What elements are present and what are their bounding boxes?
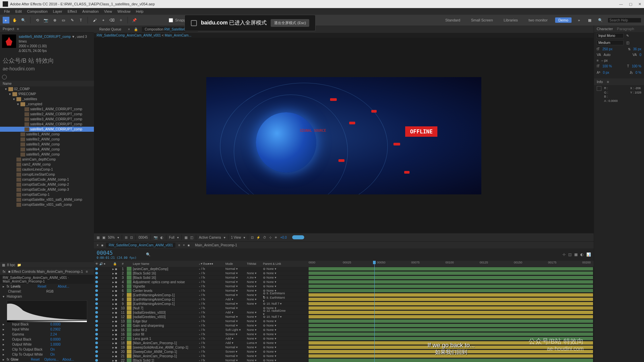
track-bar[interactable]: [309, 328, 594, 332]
kerning-value[interactable]: Auto: [604, 53, 611, 57]
tab-marker-icon[interactable]: ■: [187, 243, 190, 247]
hscale-value[interactable]: 100 %: [632, 64, 641, 68]
tree-item[interactable]: satellite2_ANIM_CORRUPT_comp: [0, 112, 94, 117]
workspace-standard[interactable]: Standard: [442, 17, 464, 23]
tab-close-icon[interactable]: ×: [183, 243, 185, 247]
channel-icon[interactable]: ◐: [160, 236, 163, 239]
track-bar[interactable]: [309, 310, 594, 315]
tracking-value[interactable]: 0: [639, 53, 641, 57]
pixel-aspect-icon[interactable]: ⊡: [251, 236, 254, 239]
tree-item[interactable]: corruptSatellite_v001_sat5_ANIM_comp: [0, 197, 94, 202]
snapping-checkbox[interactable]: [169, 18, 173, 22]
tree-item[interactable]: satellite1_ANIM_comp: [0, 132, 94, 137]
exposure-slider[interactable]: [292, 235, 304, 239]
camera-dropdown[interactable]: Active Camera: [199, 236, 221, 239]
tab-lock-icon[interactable]: ■: [101, 243, 103, 247]
tree-item[interactable]: animCam_depthComp: [0, 157, 94, 162]
rectangle-tool[interactable]: ▭: [60, 17, 67, 23]
pan-behind-tool[interactable]: ⊕: [51, 17, 58, 23]
selection-tool[interactable]: ▸: [3, 17, 9, 23]
tab-close-icon[interactable]: ×: [97, 243, 99, 247]
tree-item[interactable]: corruptSatCode_ANIM_comp-2: [0, 182, 94, 187]
search-icon[interactable]: 🔍: [597, 17, 604, 23]
text-tool[interactable]: T: [77, 17, 84, 23]
composition-viewport[interactable]: SIGNAL SOURCE OFFLINE: [94, 38, 594, 233]
track-bar[interactable]: [309, 315, 594, 319]
layer-row[interactable]: ▸ ■19[sweepSolidAndLine_ANIM_Comp-1]⬩ / …: [94, 345, 309, 350]
paragraph-tab[interactable]: Paragraph: [617, 27, 634, 31]
panel-menu-icon[interactable]: ≡: [607, 80, 609, 84]
puppet-tool[interactable]: 📌: [131, 17, 138, 23]
baseline-value[interactable]: 0 px: [603, 71, 609, 74]
search-help-input[interactable]: [608, 18, 641, 23]
panel-menu-icon[interactable]: ≡: [86, 269, 88, 274]
tree-item[interactable]: satellite3_ANIM_CORRUPT_comp: [0, 117, 94, 122]
effect-levels-header[interactable]: ▸fx Levels Reset About...: [0, 284, 94, 289]
layer-row[interactable]: ▸ ■13Edge blur⬩ / fxNormal ▾None ▾⊚ None…: [94, 319, 309, 323]
layer-row[interactable]: ▸ ■5Vignette⬩ / fxNormal ▾None ▾⊚ None ▾: [94, 284, 309, 289]
layer-row[interactable]: ▸ ■8[EarthWarningAnimComp-1]⬩ / fxAdd ▾N…: [94, 297, 309, 302]
about-link[interactable]: About...: [62, 358, 74, 361]
tree-item[interactable]: satellite4_ANIM_CORRUPT_comp: [0, 122, 94, 127]
mask-icon[interactable]: ◫: [190, 236, 193, 239]
resolution-dropdown[interactable]: Full: [169, 236, 174, 239]
track-bar[interactable]: [309, 332, 594, 337]
zoom-tool[interactable]: 🔍: [20, 17, 27, 23]
layer-row[interactable]: ▸ ■3[Black Solid 16]⬩ / fxNormal ▾A.Inv …: [94, 276, 309, 280]
tree-item[interactable]: corruptSatCode_ANIM_comp-1: [0, 177, 94, 182]
workspace-settings-icon[interactable]: ▦: [586, 17, 593, 23]
layer-row[interactable]: ▸ ■20[SweepColor_ANIM_Comp-1]⬩ / fxScree…: [94, 350, 309, 354]
guides-icon[interactable]: ⊡: [130, 236, 133, 239]
font-family-input[interactable]: [597, 33, 624, 38]
character-tab[interactable]: Character: [597, 27, 613, 31]
flowchart-icon[interactable]: ⊹: [269, 236, 272, 239]
time-ruler[interactable]: 0000000250005000075001000012500150001750…: [309, 261, 594, 267]
project-name-column[interactable]: Name: [0, 81, 94, 86]
menu-view[interactable]: View: [101, 9, 115, 13]
effect-controls-tab[interactable]: fx ■ Effect Controls Main_AnimCam_Precom…: [0, 268, 94, 275]
tree-item[interactable]: satellite5_ANIM_CORRUPT_comp: [0, 127, 94, 132]
breadcrumb-item[interactable]: Main_AnimCam...: [165, 34, 191, 37]
tree-item[interactable]: satellite4_ANIM_comp: [0, 147, 94, 152]
rotation-tool[interactable]: ⟲: [34, 17, 41, 23]
options-link[interactable]: Options...: [44, 358, 62, 361]
menu-help[interactable]: Help: [133, 9, 146, 13]
effect-property[interactable]: ▸Input White0.2902: [0, 327, 94, 332]
info-tab[interactable]: Info: [597, 80, 603, 84]
stroke-value[interactable]: – px: [601, 59, 608, 62]
maximize-button[interactable]: ▢: [629, 2, 632, 6]
tsume-value[interactable]: 0 %: [636, 71, 641, 74]
workspace-two-monitor[interactable]: two monitor: [525, 17, 551, 23]
close-button[interactable]: ✕: [638, 2, 641, 6]
track-bar[interactable]: [309, 293, 594, 297]
layer-row[interactable]: ▸ ■11[radialGreebles_v003]⬩ / fxAdd ▾Non…: [94, 310, 309, 315]
layer-row[interactable]: ▸ ■2[Black Solid 16]⬩ / fxNormal ▾None ▾…: [94, 271, 309, 276]
menu-effect[interactable]: Effect: [65, 9, 79, 13]
layer-row[interactable]: ▸ ■16color fill⬩ / fxScreen ▾None ▾⊚ Non…: [94, 332, 309, 337]
pen-tool[interactable]: ✎: [69, 17, 75, 23]
track-bar[interactable]: [309, 271, 594, 276]
workspace-small-screen[interactable]: Small Screen: [468, 17, 496, 23]
tree-item[interactable]: corruptSatComp-1: [0, 192, 94, 197]
effect-property[interactable]: ▸Clip To Output BlackOn: [0, 347, 94, 352]
track-bar[interactable]: [309, 306, 594, 310]
layer-row[interactable]: ▸ ■1[animCam_depthComp]⬩ / fxNormal ▾ ⊚ …: [94, 267, 309, 271]
frame-display[interactable]: 00045: [139, 236, 148, 239]
histogram-row[interactable]: ▾Histogram: [0, 294, 94, 299]
workspace-more-icon[interactable]: »: [576, 17, 582, 23]
hand-tool[interactable]: ✋: [11, 17, 18, 23]
effect-property[interactable]: ▸Input Black0.0000: [0, 322, 94, 327]
graph-editor-icon[interactable]: 📊: [586, 252, 591, 257]
menu-edit[interactable]: Edit: [13, 9, 24, 13]
timeline-icon[interactable]: ⏱: [263, 236, 266, 239]
effect-glow-header[interactable]: ▸fx Glow Reset Options... About...: [0, 357, 94, 362]
comp-mini-flowchart-icon[interactable]: ⊹: [562, 252, 566, 257]
font-size-value[interactable]: 250 px: [602, 47, 612, 51]
menu-window[interactable]: Window: [115, 9, 133, 13]
exposure-reset-icon[interactable]: ☀: [274, 236, 277, 239]
layer-row[interactable]: ▸ ■9[EarthWarningAnimComp-1]⬩ / fxNormal…: [94, 302, 309, 306]
track-bar[interactable]: [309, 284, 594, 289]
motion-blur-icon[interactable]: ◐: [580, 252, 584, 257]
tab-lock-icon[interactable]: 🔒: [134, 27, 138, 31]
interpret-icon[interactable]: ▦: [2, 263, 5, 267]
